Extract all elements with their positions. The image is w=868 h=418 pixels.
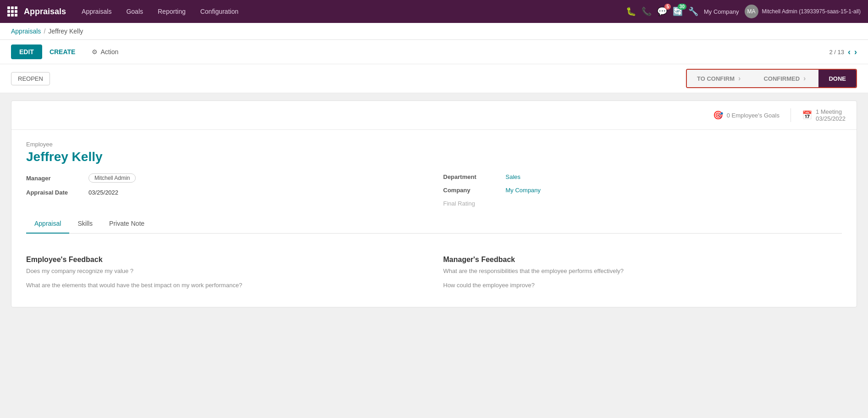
status-arrow-2: › — [803, 74, 806, 83]
status-to-confirm-label: TO CONFIRM — [697, 75, 735, 82]
pagination-text: 2 / 13 — [829, 49, 844, 56]
company-row: Company My Company — [443, 187, 842, 194]
gear-icon: ⚙ — [92, 48, 98, 56]
final-rating-placeholder: Final Rating — [443, 200, 475, 207]
main-card: 🎯 0 Employee's Goals 📅 1 Meeting 03/25/2… — [11, 100, 857, 307]
brand-label: Appraisals — [24, 7, 66, 17]
chat-badge: 5 — [664, 4, 671, 10]
action-bar: EDIT CREATE ⚙ Action 2 / 13 ‹ › — [0, 40, 868, 64]
employee-feedback-title: Employee's Feedback — [26, 256, 425, 264]
department-row: Department Sales — [443, 173, 842, 180]
employee-feedback-q2: What are the elements that would have th… — [26, 282, 425, 289]
main-content: 🎯 0 Employee's Goals 📅 1 Meeting 03/25/2… — [0, 93, 868, 320]
calendar-icon: 📅 — [802, 110, 812, 120]
nav-configuration[interactable]: Configuration — [194, 0, 245, 23]
goals-text: 0 Employee's Goals — [727, 112, 780, 119]
final-rating-row: Final Rating — [443, 200, 842, 207]
department-value[interactable]: Sales — [506, 173, 521, 180]
nav-reporting[interactable]: Reporting — [151, 0, 192, 23]
phone-icon[interactable]: 📞 — [641, 6, 652, 17]
tabs-bar: Appraisal Skills Private Note — [26, 214, 842, 234]
wrench-icon[interactable]: 🔧 — [688, 6, 698, 17]
status-steps: TO CONFIRM › CONFIRMED › DONE — [686, 69, 857, 88]
company-label: My Company — [704, 8, 739, 15]
chat-icon[interactable]: 💬 5 — [657, 6, 667, 17]
manager-row: Manager Mitchell Admin — [26, 173, 425, 183]
brand[interactable]: Appraisals — [7, 6, 66, 17]
meeting-text: 1 Meeting 03/25/2022 — [816, 108, 846, 122]
prev-page-button[interactable]: ‹ — [848, 47, 851, 57]
action-menu[interactable]: ⚙ Action — [92, 48, 118, 56]
status-bar: REOPEN TO CONFIRM › CONFIRMED › DONE — [0, 64, 868, 93]
breadcrumb-current: Jeffrey Kelly — [48, 28, 83, 35]
department-label: Department — [443, 173, 498, 180]
feedback-section: Employee's Feedback Does my company reco… — [11, 245, 857, 307]
next-page-button[interactable]: › — [854, 47, 857, 57]
user-info[interactable]: MA Mitchell Admin (13933975-saas-15-1-al… — [745, 5, 861, 18]
company-value[interactable]: My Company — [506, 187, 541, 194]
user-name: Mitchell Admin (13933975-saas-15-1-all) — [762, 8, 861, 15]
info-row: 🎯 0 Employee's Goals 📅 1 Meeting 03/25/2… — [11, 101, 857, 130]
appraisal-date-row: Appraisal Date 03/25/2022 — [26, 189, 425, 196]
edit-button[interactable]: EDIT — [11, 45, 42, 59]
manager-value[interactable]: Mitchell Admin — [88, 173, 136, 183]
grid-icon — [7, 6, 17, 17]
activity-badge: 30 — [678, 4, 686, 10]
avatar: MA — [745, 5, 758, 18]
appraisal-date-value: 03/25/2022 — [88, 189, 118, 196]
create-button[interactable]: CREATE — [48, 45, 77, 59]
status-confirmed-label: CONFIRMED — [763, 75, 800, 82]
employee-section: Employee Jeffrey Kelly Manager Mitchell … — [11, 130, 857, 245]
tab-skills[interactable]: Skills — [69, 214, 101, 234]
company-label: Company — [443, 187, 498, 194]
meeting-info[interactable]: 📅 1 Meeting 03/25/2022 — [802, 108, 846, 122]
status-done[interactable]: DONE — [818, 70, 856, 87]
manager-label: Manager — [26, 175, 81, 182]
manager-feedback-col: Manager's Feedback What are the responsi… — [443, 256, 842, 296]
employee-feedback-q1: Does my company recognize my value ? — [26, 268, 425, 274]
action-label: Action — [100, 48, 118, 56]
manager-feedback-q2: How could the employee improve? — [443, 282, 842, 289]
left-fields: Manager Mitchell Admin Appraisal Date 03… — [26, 173, 425, 207]
nav-appraisals[interactable]: Appraisals — [75, 0, 118, 23]
status-confirmed[interactable]: CONFIRMED › — [753, 70, 818, 87]
info-divider — [791, 108, 791, 122]
pagination: 2 / 13 ‹ › — [829, 47, 857, 57]
employee-feedback-col: Employee's Feedback Does my company reco… — [26, 256, 425, 296]
bug-icon[interactable]: 🐛 — [626, 6, 636, 17]
nav-right: 🐛 📞 💬 5 🔄 30 🔧 My Company MA Mitchell Ad… — [626, 5, 861, 18]
breadcrumb-separator: / — [44, 28, 45, 35]
breadcrumb-parent[interactable]: Appraisals — [11, 28, 41, 35]
navbar: Appraisals Appraisals Goals Reporting Co… — [0, 0, 868, 23]
employee-label: Employee — [26, 141, 842, 148]
tab-private-note[interactable]: Private Note — [101, 214, 153, 234]
status-to-confirm[interactable]: TO CONFIRM › — [687, 70, 753, 87]
status-done-label: DONE — [829, 75, 846, 82]
nav-goals[interactable]: Goals — [120, 0, 149, 23]
status-arrow-1: › — [738, 74, 741, 83]
appraisal-date-label: Appraisal Date — [26, 189, 81, 196]
right-fields: Department Sales Company My Company Fina… — [443, 173, 842, 207]
manager-feedback-q1: What are the responsibilities that the e… — [443, 268, 842, 274]
fields-grid: Manager Mitchell Admin Appraisal Date 03… — [26, 173, 842, 207]
reopen-button[interactable]: REOPEN — [11, 72, 50, 85]
goals-info[interactable]: 🎯 0 Employee's Goals — [713, 110, 780, 120]
tab-appraisal[interactable]: Appraisal — [26, 214, 69, 234]
breadcrumb: Appraisals / Jeffrey Kelly — [0, 23, 868, 40]
target-icon: 🎯 — [713, 110, 723, 120]
activity-icon[interactable]: 🔄 30 — [673, 6, 683, 17]
nav-menu: Appraisals Goals Reporting Configuration — [75, 0, 626, 23]
manager-feedback-title: Manager's Feedback — [443, 256, 842, 264]
employee-name: Jeffrey Kelly — [26, 150, 842, 164]
